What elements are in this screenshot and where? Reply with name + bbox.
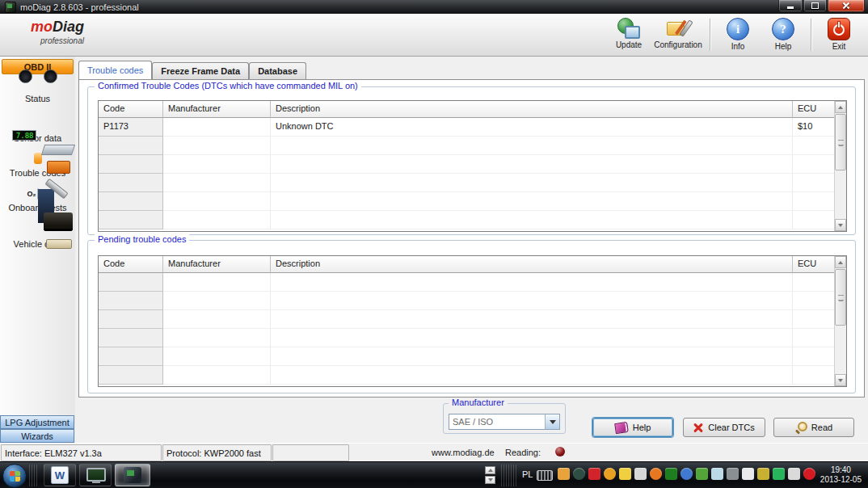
table-cell <box>99 292 163 310</box>
flash-chat-tray-icon[interactable] <box>619 468 631 480</box>
configuration-button[interactable]: Configuration <box>651 15 705 54</box>
lpg-adjustment-button[interactable]: LPG Adjustment <box>0 415 74 429</box>
scrollbar-thumb[interactable] <box>835 114 846 170</box>
wizards-button[interactable]: Wizards <box>0 429 74 443</box>
update-button[interactable]: Update <box>606 15 651 54</box>
globe-tray-icon[interactable] <box>680 468 693 480</box>
table-row[interactable] <box>99 366 834 385</box>
restore-button[interactable] <box>803 0 827 12</box>
sidebar-item-trouble-codes[interactable]: Trouble codes <box>0 153 75 178</box>
battery-tray-icon[interactable] <box>742 468 754 480</box>
tab-trouble-codes[interactable]: Trouble codes <box>78 61 152 79</box>
read-button[interactable]: Read <box>773 418 854 437</box>
scroll-up-button[interactable] <box>835 101 846 113</box>
vertical-scrollbar[interactable] <box>834 256 846 386</box>
table-row[interactable] <box>99 273 834 292</box>
table-cell <box>793 211 834 229</box>
language-indicator[interactable]: PL <box>522 469 533 479</box>
muted-speaker-tray-icon[interactable] <box>788 468 800 480</box>
scrollbar-thumb[interactable] <box>835 269 846 326</box>
user-tray-icon[interactable] <box>558 468 570 480</box>
sidebar-item-label: Status <box>0 94 75 103</box>
minimize-button[interactable] <box>778 0 803 12</box>
tab-database[interactable]: Database <box>249 62 306 79</box>
sidebar-item-status[interactable]: Status <box>0 82 75 103</box>
table-row[interactable] <box>99 211 834 229</box>
website-link[interactable]: www.modiag.de <box>432 448 495 457</box>
table-row[interactable] <box>99 155 834 174</box>
table-cell <box>99 310 163 329</box>
table-cell <box>793 155 834 174</box>
table-cell <box>271 366 793 385</box>
vertical-scrollbar[interactable] <box>834 101 846 231</box>
column-header-description[interactable]: Description <box>271 256 793 273</box>
ring-status-tray-icon[interactable] <box>573 468 585 480</box>
green-app-tray-icon[interactable] <box>696 468 708 480</box>
sidebar-item-sensor-data[interactable]: 7.88 Sensor data <box>0 121 75 143</box>
equalizer-tray-icon[interactable] <box>773 468 785 480</box>
column-header-ecu[interactable]: ECU <box>793 101 834 118</box>
info-button[interactable]: i Info <box>715 15 761 54</box>
pending-dtc-group: Pending trouble codes CodeManufacturerDe… <box>87 240 856 393</box>
clear-dtcs-button[interactable]: Clear DTCs <box>683 418 765 437</box>
configuration-icon <box>667 18 689 39</box>
table-row[interactable] <box>99 292 834 310</box>
windows-flag-icon <box>10 471 20 482</box>
monitor-tray-icon[interactable] <box>727 468 739 480</box>
error-circle-tray-icon[interactable] <box>650 468 662 480</box>
gold-dot-tray-icon[interactable] <box>604 468 616 480</box>
table-row[interactable] <box>99 137 834 155</box>
taskbar-clock[interactable]: 19:40 2013-12-05 <box>820 465 862 485</box>
taskbar-item-modiag[interactable] <box>115 464 150 486</box>
scroll-down-button[interactable] <box>835 219 846 231</box>
warning-tool-tray-icon[interactable] <box>757 468 769 480</box>
help-button[interactable]: Help <box>592 418 673 437</box>
scroll-up-button[interactable] <box>835 256 846 268</box>
table-row[interactable] <box>99 347 834 366</box>
table-cell <box>793 347 834 366</box>
arrow-up-icon <box>488 469 493 472</box>
column-header-description[interactable]: Description <box>271 101 793 118</box>
confirmed-dtc-group: Confirmed Trouble Codes (DTCs which have… <box>87 86 856 235</box>
taskbar-item-system-monitor[interactable] <box>79 464 112 486</box>
tab-freeze-frame-data[interactable]: Freeze Frame Data <box>152 62 249 79</box>
table-row[interactable]: P1173Unknown DTC$10 <box>99 118 834 137</box>
grip-icon <box>838 140 844 145</box>
windows-taskbar: W PL 19:40 2013-12-05 <box>0 461 868 488</box>
table-row[interactable] <box>99 329 834 347</box>
table-row[interactable] <box>99 174 834 192</box>
red-led-tray-icon[interactable] <box>588 468 600 480</box>
plane-app-tray-icon[interactable] <box>711 468 723 480</box>
manufacturer-selected-value: SAE / ISO <box>449 414 545 429</box>
column-header-code[interactable]: Code <box>99 101 163 118</box>
table-cell <box>793 329 834 347</box>
opera-tray-icon[interactable] <box>803 468 815 480</box>
pending-dtc-table: CodeManufacturerDescriptionECU <box>98 255 847 387</box>
help-toolbar-button[interactable]: ? Help <box>761 15 806 54</box>
tray-down-button[interactable] <box>485 476 495 484</box>
scroll-down-button[interactable] <box>835 374 846 386</box>
taskbar-item-word[interactable]: W <box>44 464 76 486</box>
tray-overflow-arrows[interactable] <box>485 466 495 484</box>
column-header-manufacturer[interactable]: Manufacturer <box>163 101 271 118</box>
column-header-ecu[interactable]: ECU <box>793 256 834 273</box>
clear-x-icon <box>693 423 703 432</box>
sidebar-item-vehicle-data[interactable]: Vehicle data <box>0 227 75 249</box>
device-tray-icon[interactable] <box>634 468 647 480</box>
exit-button[interactable]: Exit <box>816 15 862 54</box>
close-button[interactable] <box>828 0 865 12</box>
green-square-tray-icon[interactable] <box>665 468 677 480</box>
table-row[interactable] <box>99 310 834 329</box>
column-header-manufacturer[interactable]: Manufacturer <box>163 256 271 273</box>
interface-status: Interface: ELM327 v1.3a <box>1 444 162 461</box>
keyboard-tray-icon[interactable] <box>537 470 553 481</box>
column-header-code[interactable]: Code <box>99 256 163 273</box>
sidebar-item-onboard-tests[interactable]: O₂ Onboard-Tests <box>0 187 75 212</box>
dropdown-button[interactable] <box>545 414 559 429</box>
table-row[interactable] <box>99 192 834 211</box>
table-cell <box>99 211 163 229</box>
start-button[interactable] <box>2 464 27 488</box>
table-cell <box>163 137 271 155</box>
tray-up-button[interactable] <box>485 466 495 474</box>
manufacturer-select[interactable]: SAE / ISO <box>449 414 560 430</box>
